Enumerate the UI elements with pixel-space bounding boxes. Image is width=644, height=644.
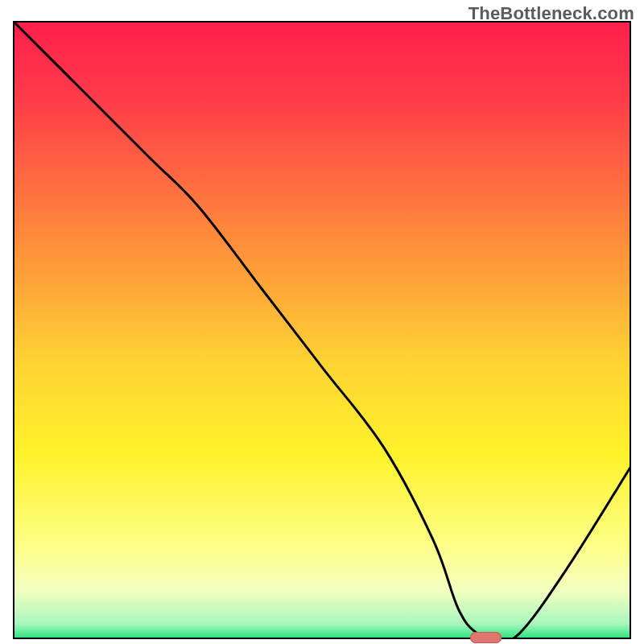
optimal-marker (470, 632, 501, 643)
watermark-text: TheBottleneck.com (469, 3, 634, 24)
plot-area (13, 21, 631, 639)
chart-stage: TheBottleneck.com (0, 0, 644, 644)
bottleneck-chart (13, 21, 631, 639)
